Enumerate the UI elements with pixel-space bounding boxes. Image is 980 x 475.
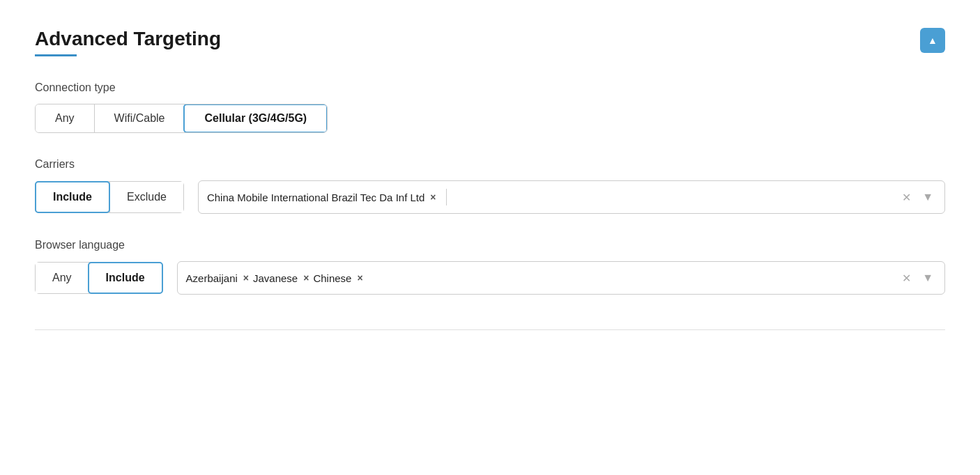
- browser-lang-tag-actions: ✕ ▼: [899, 270, 936, 286]
- advanced-targeting-panel: Advanced Targeting ▲ Connection type Any…: [35, 28, 945, 330]
- carriers-tag-china-mobile-remove[interactable]: ×: [429, 192, 437, 203]
- carriers-tag-input[interactable]: China Mobile International Brazil Tec Da…: [198, 180, 945, 214]
- browser-lang-tag-input[interactable]: Azerbaijani × Javanese × Chinese × ✕ ▼: [177, 261, 945, 295]
- panel-header: Advanced Targeting ▲: [35, 28, 945, 56]
- browser-lang-tag-javanese-remove[interactable]: ×: [302, 272, 310, 283]
- carriers-include-exclude-group: Include Exclude: [35, 181, 184, 213]
- carriers-section: Carriers Include Exclude China Mobile In…: [35, 158, 945, 214]
- bottom-divider: [35, 329, 945, 330]
- collapse-icon: ▲: [928, 35, 937, 46]
- connection-type-label: Connection type: [35, 81, 945, 94]
- browser-lang-tag-chinese-label: Chinese: [313, 272, 351, 284]
- browser-lang-tag-azerbaijani: Azerbaijani ×: [186, 272, 250, 284]
- browser-lang-any-button[interactable]: Any: [36, 263, 89, 293]
- carriers-row: Include Exclude China Mobile Internation…: [35, 180, 945, 214]
- browser-language-label: Browser language: [35, 239, 945, 251]
- tag-separator: [446, 189, 447, 205]
- browser-lang-tag-azerbaijani-label: Azerbaijani: [186, 272, 238, 284]
- browser-lang-clear-button[interactable]: ✕: [899, 270, 914, 286]
- carriers-tag-china-mobile: China Mobile International Brazil Tec Da…: [207, 192, 438, 203]
- connection-type-section: Connection type Any Wifi/Cable Cellular …: [35, 81, 945, 133]
- page-title: Advanced Targeting: [35, 28, 221, 50]
- title-block: Advanced Targeting: [35, 28, 221, 56]
- browser-lang-tag-javanese: Javanese ×: [253, 272, 310, 284]
- collapse-button[interactable]: ▲: [920, 28, 945, 53]
- carriers-tag-actions: ✕ ▼: [899, 189, 936, 205]
- browser-lang-tag-chinese-remove[interactable]: ×: [355, 272, 364, 283]
- carriers-dropdown-button[interactable]: ▼: [919, 189, 936, 205]
- carriers-label: Carriers: [35, 158, 945, 171]
- carriers-tag-china-mobile-label: China Mobile International Brazil Tec Da…: [207, 192, 424, 203]
- browser-lang-tag-azerbaijani-remove[interactable]: ×: [242, 272, 250, 283]
- browser-lang-tag-chinese: Chinese ×: [313, 272, 364, 284]
- browser-lang-include-button[interactable]: Include: [88, 262, 163, 294]
- carriers-include-button[interactable]: Include: [35, 181, 110, 213]
- browser-language-section: Browser language Any Include Azerbaijani…: [35, 239, 945, 295]
- browser-lang-row: Any Include Azerbaijani × Javanese × Chi…: [35, 261, 945, 295]
- connection-type-cellular-button[interactable]: Cellular (3G/4G/5G): [183, 104, 328, 133]
- title-underline: [35, 54, 77, 56]
- browser-lang-tag-javanese-label: Javanese: [253, 272, 298, 284]
- connection-type-wifi-button[interactable]: Wifi/Cable: [94, 104, 185, 132]
- browser-lang-dropdown-button[interactable]: ▼: [919, 270, 936, 286]
- carriers-exclude-button[interactable]: Exclude: [109, 182, 183, 212]
- connection-type-toggle-group: Any Wifi/Cable Cellular (3G/4G/5G): [35, 104, 328, 133]
- browser-lang-any-include-group: Any Include: [35, 262, 163, 294]
- carriers-clear-button[interactable]: ✕: [899, 189, 914, 205]
- connection-type-any-button[interactable]: Any: [36, 104, 94, 132]
